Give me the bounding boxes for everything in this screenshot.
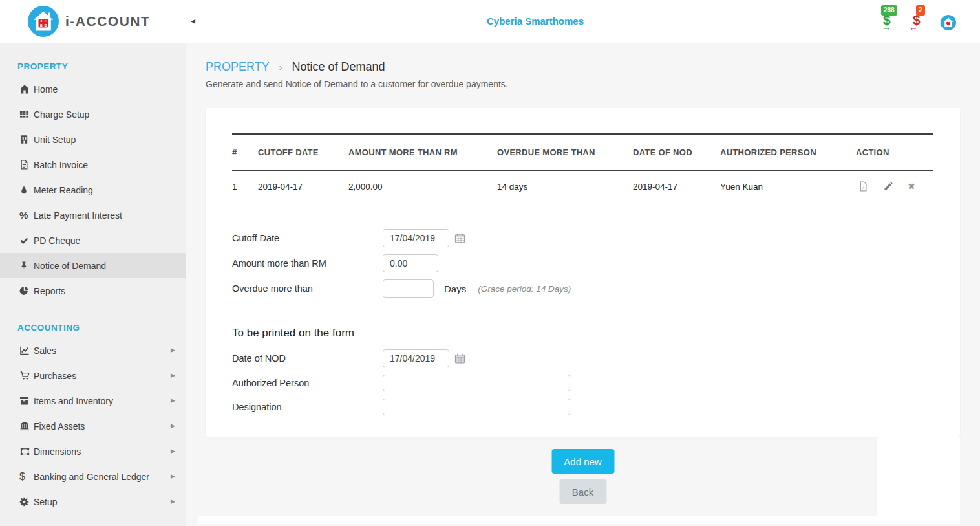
cutoff-date-label: Cutoff Date: [232, 233, 383, 243]
building-icon: [19, 135, 31, 144]
sidebar-section-property: PROPERTY: [17, 61, 186, 71]
breadcrumb-property-link[interactable]: PROPERTY: [206, 60, 269, 73]
grid-icon: [19, 109, 31, 119]
cell-num: 1: [232, 170, 258, 201]
chevron-right-icon: ▶: [171, 498, 175, 505]
pin-icon: [19, 261, 31, 270]
chevron-right-icon: ▶: [171, 397, 175, 404]
cell-cutoff-date: 2019-04-17: [258, 170, 348, 201]
home-heart-button[interactable]: [941, 15, 956, 30]
cell-overdue: 14 days: [497, 170, 633, 201]
chevron-right-icon: ▶: [171, 347, 175, 353]
main-content: PROPERTY › Notice of Demand Generate and…: [186, 43, 980, 526]
breadcrumb: PROPERTY › Notice of Demand: [206, 60, 980, 74]
chevron-right-icon: ▶: [171, 422, 175, 429]
sidebar-item-unit-setup[interactable]: Unit Setup: [0, 127, 186, 152]
col-header-amount: AMOUNT MORE THAN RM: [348, 134, 497, 171]
days-suffix-label: Days: [444, 283, 466, 294]
sidebar-item-purchases[interactable]: Purchases ▶: [0, 363, 186, 388]
authorized-person-label: Authorized Person: [232, 378, 383, 388]
dollar-icon: $: [19, 471, 31, 483]
sidebar-collapse-button[interactable]: ◂: [191, 16, 195, 26]
arrow-right-icon: →: [882, 23, 891, 32]
check-icon: [19, 236, 31, 245]
money-in-button[interactable]: 288 $ →: [880, 4, 900, 32]
money-out-button[interactable]: 2 $ →: [910, 4, 930, 32]
designation-input[interactable]: [383, 399, 570, 415]
droplet-icon: [19, 185, 31, 195]
sidebar-item-home[interactable]: Home: [0, 76, 186, 102]
chevron-right-icon: ▶: [171, 448, 175, 454]
document-icon: [19, 160, 31, 170]
sidebar-item-pd-cheque[interactable]: PD Cheque: [0, 228, 186, 253]
authorized-person-input[interactable]: [383, 375, 570, 391]
overdue-label: Overdue more than: [232, 283, 383, 294]
form-footer: Add new Back: [206, 437, 960, 516]
home-icon: [19, 84, 31, 94]
company-title: Cyberia Smarthomes: [487, 16, 584, 27]
pdf-file-button[interactable]: [858, 181, 868, 192]
col-header-overdue: OVERDUE MORE THAN: [497, 134, 633, 171]
sidebar-item-batch-invoice[interactable]: Batch Invoice: [0, 152, 186, 177]
sidebar-item-sales[interactable]: Sales ▶: [0, 338, 186, 363]
bottom-panel-edge: [198, 516, 960, 524]
col-header-authorized-person: AUTHORIZED PERSON: [720, 134, 856, 171]
sidebar-item-dimensions[interactable]: Dimensions ▶: [0, 439, 186, 464]
overdue-days-input[interactable]: [383, 279, 434, 298]
sidebar-item-late-payment-interest[interactable]: % Late Payment Interest: [0, 203, 186, 228]
date-of-nod-label: Date of NOD: [232, 353, 383, 364]
table-row: 1 2019-04-17 2,000.00 14 days 2019-04-17…: [232, 170, 933, 201]
amount-input[interactable]: [383, 254, 438, 272]
edit-pencil-button[interactable]: [883, 182, 893, 192]
table-header-row: # CUTOFF DATE AMOUNT MORE THAN RM OVERDU…: [232, 134, 933, 171]
calendar-icon[interactable]: [454, 233, 465, 243]
cart-icon: [19, 371, 31, 380]
add-new-button[interactable]: Add new: [551, 449, 614, 474]
amount-label: Amount more than RM: [232, 258, 383, 268]
pie-chart-icon: [19, 286, 31, 296]
sidebar-item-banking-and-general-ledger[interactable]: $ Banking and General Ledger ▶: [0, 464, 186, 489]
line-chart-icon: [19, 345, 31, 355]
footer-white-panel: [877, 437, 960, 516]
notice-of-demand-card: # CUTOFF DATE AMOUNT MORE THAN RM OVERDU…: [206, 108, 960, 437]
brand-name: i-ACCOUNT: [65, 14, 150, 29]
col-header-action: ACTION: [856, 134, 933, 171]
cell-amount: 2,000.00: [348, 170, 497, 201]
col-header-cutoff-date: CUTOFF DATE: [258, 134, 348, 171]
col-header-num: #: [232, 134, 258, 171]
gear-icon: [19, 497, 31, 507]
back-button[interactable]: Back: [559, 479, 606, 504]
breadcrumb-separator-icon: ›: [279, 61, 282, 72]
nod-table: # CUTOFF DATE AMOUNT MORE THAN RM OVERDU…: [232, 133, 933, 201]
sidebar-item-charge-setup[interactable]: Charge Setup: [0, 102, 186, 127]
chevron-right-icon: ▶: [171, 372, 175, 378]
sidebar-section-accounting: ACCOUNTING: [17, 323, 186, 333]
page-title: Notice of Demand: [292, 60, 385, 73]
app-window: i-ACCOUNT ◂ Cyberia Smarthomes 288 $ → 2…: [0, 0, 980, 526]
sidebar: PROPERTY Home Charge Setup: [0, 43, 186, 526]
calendar-icon[interactable]: [454, 353, 465, 364]
chevron-right-icon: ▶: [171, 473, 175, 479]
col-header-date-of-nod: DATE OF NOD: [633, 134, 720, 171]
dimensions-icon: [19, 446, 31, 456]
grace-period-note: (Grace period: 14 Days): [478, 284, 571, 294]
cell-authorized-person: Yuen Kuan: [720, 170, 856, 201]
sidebar-item-meter-reading[interactable]: Meter Reading: [0, 177, 186, 203]
top-header: i-ACCOUNT ◂ Cyberia Smarthomes 288 $ → 2…: [0, 0, 980, 43]
sidebar-item-items-and-inventory[interactable]: Items and Inventory ▶: [0, 388, 186, 413]
designation-label: Designation: [232, 402, 383, 412]
percent-icon: %: [19, 210, 31, 221]
bank-icon: [19, 421, 31, 431]
delete-x-button[interactable]: ✖: [908, 182, 915, 191]
cutoff-date-input[interactable]: [383, 229, 449, 247]
app-logo-icon: [28, 6, 59, 37]
nod-form: Cutoff Date Amount more than: [232, 229, 933, 415]
sidebar-item-notice-of-demand[interactable]: Notice of Demand: [0, 253, 186, 278]
cell-date-of-nod: 2019-04-17: [633, 170, 720, 201]
sidebar-item-setup[interactable]: Setup ▶: [0, 489, 186, 514]
sidebar-item-fixed-assets[interactable]: Fixed Assets ▶: [0, 413, 186, 439]
print-section-title: To be printed on the form: [232, 327, 933, 340]
sidebar-item-reports[interactable]: Reports: [0, 278, 186, 303]
arrow-left-icon: →: [909, 23, 918, 32]
date-of-nod-input[interactable]: [383, 349, 449, 367]
